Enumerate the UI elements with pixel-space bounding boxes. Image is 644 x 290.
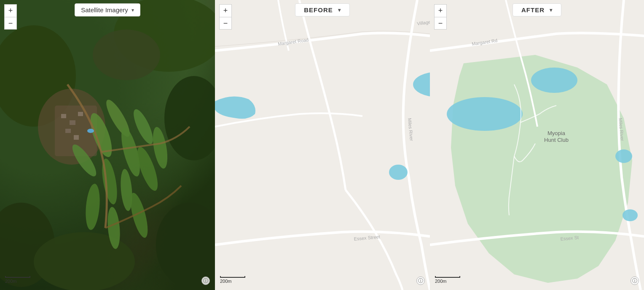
- after-scale-text: 200m: [435, 279, 447, 284]
- satellite-panel: Satellite Imagery ▾ + − 200m ⓘ: [0, 0, 215, 290]
- svg-point-71: [531, 68, 577, 93]
- satellite-dropdown-button[interactable]: Satellite Imagery ▾: [75, 3, 140, 16]
- svg-point-72: [615, 149, 632, 163]
- satellite-label: Satellite Imagery: [81, 6, 128, 14]
- before-info-button[interactable]: ⓘ: [416, 276, 425, 285]
- svg-point-5: [156, 203, 215, 287]
- before-scale-bar: 200m: [220, 276, 245, 284]
- svg-rect-24: [65, 129, 71, 133]
- svg-point-70: [447, 97, 523, 131]
- satellite-dropdown-arrow: ▾: [131, 7, 134, 13]
- svg-rect-22: [70, 120, 75, 125]
- svg-rect-23: [78, 112, 83, 116]
- after-info-button[interactable]: ⓘ: [631, 276, 639, 285]
- before-zoom-out[interactable]: −: [219, 17, 232, 30]
- satellite-info-button[interactable]: ⓘ: [201, 276, 210, 285]
- satellite-zoom-out[interactable]: −: [4, 17, 17, 30]
- svg-point-13: [99, 157, 120, 206]
- before-scale-line: [220, 276, 245, 278]
- svg-text:Myopia: Myopia: [547, 130, 566, 136]
- after-info-icon: ⓘ: [632, 277, 637, 285]
- before-scale-text: 200m: [220, 279, 232, 284]
- before-zoom-in[interactable]: +: [219, 4, 232, 17]
- svg-rect-27: [215, 0, 430, 290]
- after-zoom-in[interactable]: +: [434, 4, 447, 17]
- svg-point-30: [389, 165, 408, 180]
- svg-point-4: [34, 232, 135, 290]
- before-dropdown-arrow: ▾: [338, 7, 341, 13]
- after-zoom-out[interactable]: −: [434, 17, 447, 30]
- satellite-zoom-in[interactable]: +: [4, 4, 17, 17]
- svg-rect-25: [74, 135, 79, 140]
- satellite-info-icon: ⓘ: [203, 277, 208, 285]
- svg-rect-21: [61, 114, 66, 118]
- satellite-scale-line: [5, 276, 30, 278]
- before-dropdown-button[interactable]: BEFORE ▾: [295, 3, 350, 16]
- after-scale-bar: 200m: [435, 276, 460, 284]
- after-dropdown-arrow: ▾: [550, 7, 553, 13]
- svg-point-73: [623, 209, 638, 221]
- svg-point-2: [164, 76, 215, 160]
- svg-text:Hunt Club: Hunt Club: [544, 137, 569, 143]
- before-header: BEFORE ▾: [215, 0, 430, 20]
- after-label: AFTER: [521, 6, 545, 14]
- before-info-icon: ⓘ: [418, 277, 423, 285]
- after-panel: Myopia Hunt Club Margaret Rd Miles River…: [430, 0, 644, 290]
- after-zoom-controls: + −: [434, 4, 447, 30]
- before-panel: Margaret Road Village Street Miles River…: [215, 0, 430, 290]
- satellite-scale-text: 200m: [5, 279, 17, 284]
- satellite-scale-bar: 200m: [5, 276, 30, 284]
- before-label: BEFORE: [304, 6, 333, 14]
- satellite-header: Satellite Imagery ▾: [0, 0, 215, 20]
- satellite-zoom-controls: + −: [4, 4, 17, 30]
- svg-point-6: [93, 30, 160, 80]
- svg-point-26: [87, 129, 94, 133]
- after-header: AFTER ▾: [430, 0, 644, 20]
- before-zoom-controls: + −: [219, 4, 232, 30]
- svg-point-18: [84, 183, 101, 230]
- after-scale-line: [435, 276, 460, 278]
- after-dropdown-button[interactable]: AFTER ▾: [513, 3, 561, 16]
